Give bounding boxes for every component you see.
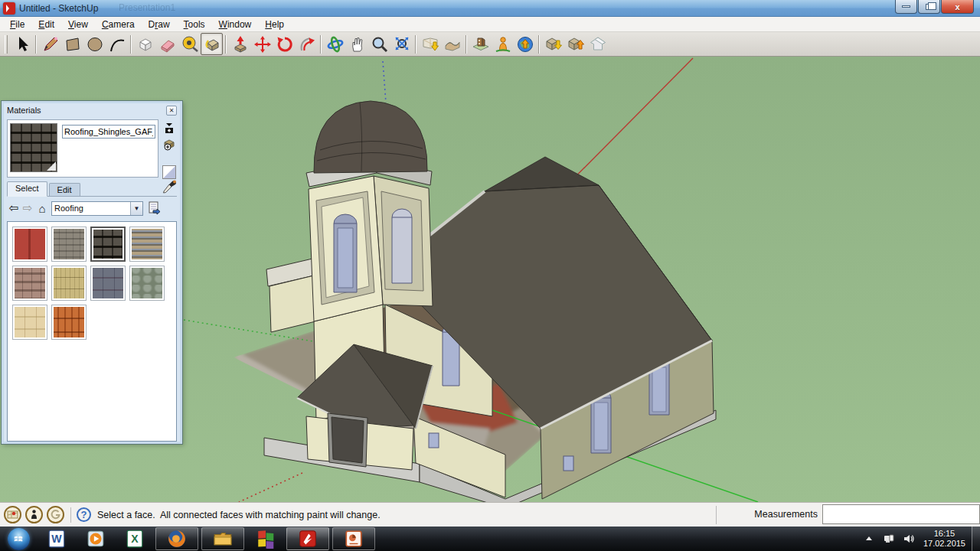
menu-edit[interactable]: Edit (31, 18, 61, 31)
zoom-extents-button[interactable] (390, 33, 413, 55)
toggle-terrain-button[interactable] (441, 33, 463, 55)
add-location-button[interactable] (419, 33, 441, 55)
taskbar-color-app-button[interactable] (247, 527, 283, 550)
help-icon: ? (77, 507, 91, 522)
paint-bucket-button[interactable] (201, 33, 223, 55)
google-status-icon[interactable] (47, 506, 64, 523)
tape-measure-button[interactable] (178, 33, 201, 55)
material-swatch-spanish-tile-orange[interactable] (51, 305, 87, 340)
taskbar-powerpoint-button[interactable] (332, 527, 375, 550)
back-button[interactable]: ⇦ (7, 201, 21, 215)
taskbar-excel-button[interactable]: X (116, 527, 152, 550)
geolocation-status-icon[interactable] (4, 506, 21, 523)
details-icon (146, 201, 162, 216)
menu-view[interactable]: View (61, 18, 95, 31)
credit-attribution-icon[interactable] (25, 506, 43, 523)
material-swatch-shingles-rounded-green[interactable] (129, 266, 165, 301)
orbit-icon (326, 35, 345, 54)
details-button[interactable] (146, 201, 162, 216)
materials-panel-titlebar[interactable]: Materials ✕ (4, 103, 180, 117)
photo-textures-button[interactable] (469, 33, 492, 55)
push-pull-button[interactable] (229, 33, 251, 55)
main-toolbar (0, 32, 980, 57)
pan-button[interactable] (346, 33, 368, 55)
taskbar-word-button[interactable]: W (38, 527, 74, 550)
start-button[interactable] (3, 527, 34, 550)
show-desktop-button[interactable] (972, 527, 980, 551)
menu-camera[interactable]: Camera (95, 18, 142, 31)
default-material-button[interactable] (162, 165, 176, 179)
toolbar-separator (320, 35, 322, 54)
add-new-building-icon (494, 35, 512, 54)
menu-file[interactable]: File (3, 18, 31, 31)
menu-window[interactable]: Window (212, 18, 259, 31)
secondary-pane-icon (163, 122, 175, 134)
menu-help[interactable]: Help (258, 18, 291, 31)
taskbar-media-player-button[interactable] (77, 527, 113, 550)
toolbar-separator (466, 35, 467, 54)
add-new-building-button[interactable] (492, 33, 514, 55)
materials-close-button[interactable]: ✕ (166, 106, 177, 116)
volume-icon[interactable] (900, 530, 917, 547)
zoom-button[interactable] (368, 33, 390, 55)
model-viewport[interactable]: Materials ✕ (0, 57, 980, 502)
paint-bucket-icon (203, 35, 221, 54)
material-swatch-shingles-gaf-dark[interactable] (90, 227, 126, 262)
restore-button[interactable] (918, 0, 940, 14)
toolbar-separator (415, 35, 416, 54)
home-button[interactable]: ⌂ (34, 202, 50, 215)
minimize-icon (902, 5, 910, 8)
close-button[interactable]: x (941, 0, 974, 14)
orbit-button[interactable] (324, 33, 346, 55)
material-swatch-shakes-tan[interactable] (51, 266, 87, 301)
tab-edit[interactable]: Edit (49, 183, 80, 196)
arc-button[interactable] (106, 33, 128, 55)
collection-dropdown[interactable]: Roofing ▼ (51, 201, 143, 216)
create-material-button[interactable] (162, 138, 176, 152)
move-button[interactable] (251, 33, 273, 55)
share-models-button[interactable] (564, 33, 586, 55)
circle-button[interactable] (83, 33, 106, 55)
window-controls: x (894, 0, 974, 14)
measurements-box[interactable] (822, 504, 980, 524)
material-swatch-shingles-gray[interactable] (51, 227, 87, 262)
secondary-pane-button[interactable] (162, 121, 176, 135)
texture-corner-mark (47, 161, 56, 171)
material-swatch-list[interactable] (7, 221, 177, 442)
menu-tools[interactable]: Tools (177, 18, 212, 31)
forward-button[interactable]: ⇨ (21, 201, 34, 215)
status-hint-text: Select a face. All connected faces with … (97, 510, 381, 520)
preview-in-google-earth-button[interactable] (514, 33, 536, 55)
sample-paint-button[interactable] (162, 178, 177, 194)
menu-draw[interactable]: Draw (142, 18, 177, 31)
taskbar-clock[interactable]: 16:15 17.02.2015 (923, 529, 965, 549)
material-swatch-shingles-striped-tan[interactable] (129, 227, 165, 262)
chevron-down-icon[interactable]: ▼ (130, 202, 142, 215)
line-icon (41, 35, 60, 54)
material-swatch-slate-blue[interactable] (90, 266, 126, 301)
material-swatch-tiles-cream[interactable] (12, 305, 47, 340)
select-button[interactable] (11, 33, 33, 55)
rotate-button[interactable] (273, 33, 296, 55)
toolbar-grip[interactable] (5, 35, 8, 54)
offset-button[interactable] (296, 33, 318, 55)
material-name-field[interactable] (62, 125, 155, 139)
material-swatch-shingles-brown[interactable] (12, 266, 47, 301)
material-swatch-metal-roofing-red[interactable] (12, 227, 47, 262)
network-icon[interactable] (880, 530, 897, 547)
taskbar-firefox-button[interactable] (155, 527, 198, 550)
taskbar-explorer-button[interactable] (201, 527, 244, 550)
status-bar: ? Select a face. All connected faces wit… (0, 502, 980, 527)
toolbar-separator (130, 35, 132, 54)
make-component-button[interactable] (134, 33, 156, 55)
eraser-button[interactable] (156, 33, 178, 55)
tab-select[interactable]: Select (7, 181, 47, 197)
taskbar-sketchup-button[interactable] (286, 527, 329, 550)
minimize-button[interactable] (895, 0, 917, 14)
building-maker-button[interactable] (586, 33, 609, 55)
tray-expand-icon[interactable] (861, 530, 877, 547)
materials-panel: Materials ✕ (2, 101, 182, 444)
rectangle-button[interactable] (61, 33, 83, 55)
line-button[interactable] (39, 33, 61, 55)
get-models-button[interactable] (542, 33, 564, 55)
